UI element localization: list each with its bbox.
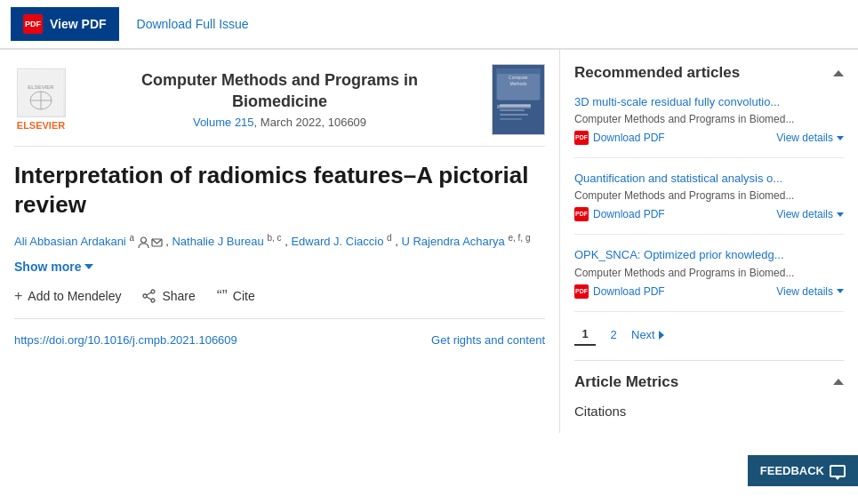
- collapse-icon[interactable]: [833, 70, 844, 76]
- email-icon: [151, 236, 163, 248]
- show-more-button[interactable]: Show more: [14, 260, 93, 274]
- svg-rect-12: [500, 118, 522, 120]
- chevron-down-icon: [84, 264, 93, 269]
- elsevier-logo-image: ELSEVIER: [17, 68, 66, 117]
- svg-point-17: [143, 294, 147, 298]
- pagination: 1 2 Next: [574, 324, 844, 346]
- elsevier-logo: ELSEVIER ELSEVIER: [14, 68, 68, 131]
- chevron-right-icon: [659, 331, 664, 340]
- rec-article-3-journal: Computer Methods and Programs in Biomed.…: [574, 267, 844, 279]
- journal-header: ELSEVIER ELSEVIER Computer Methods and P…: [14, 64, 545, 147]
- rec-pdf-icon-1: PDF: [574, 131, 589, 145]
- rec-pdf-label-1: Download PDF: [593, 132, 665, 144]
- page-2-button[interactable]: 2: [603, 324, 624, 346]
- show-more-label: Show more: [14, 260, 81, 274]
- author-3-link[interactable]: Edward J. Ciaccio: [291, 235, 383, 248]
- journal-title: Computer Methods and Programs in Biomedi…: [82, 70, 477, 112]
- next-page-button[interactable]: Next: [631, 328, 664, 341]
- quote-icon: “”: [217, 288, 228, 304]
- rec-article-1-journal: Computer Methods and Programs in Biomed.…: [574, 113, 844, 125]
- journal-cover-image: Computer Methods: [492, 64, 545, 135]
- svg-text:Methods: Methods: [509, 81, 527, 86]
- author-icons: [138, 236, 163, 248]
- rec-pdf-icon-3: PDF: [574, 284, 589, 299]
- article-title: Interpretation of radiomics features–A p…: [14, 161, 545, 219]
- page-1-button[interactable]: 1: [574, 324, 596, 346]
- left-content: ELSEVIER ELSEVIER Computer Methods and P…: [0, 50, 560, 433]
- share-button[interactable]: Share: [142, 289, 195, 303]
- svg-rect-11: [500, 114, 528, 116]
- action-bar: + Add to Mendeley Share “” Cite: [14, 288, 545, 319]
- person-icon: [138, 236, 149, 248]
- svg-rect-9: [500, 104, 531, 107]
- view-details-label-3: View details: [776, 285, 833, 298]
- share-icon: [142, 289, 156, 303]
- add-to-mendeley-button[interactable]: + Add to Mendeley: [14, 288, 121, 304]
- chevron-down-sm-icon-3: [837, 289, 844, 293]
- view-pdf-button[interactable]: PDF View PDF: [11, 7, 119, 41]
- author-4-link[interactable]: U Rajendra Acharya: [401, 235, 504, 248]
- journal-info: Computer Methods and Programs in Biomedi…: [82, 70, 477, 129]
- svg-point-15: [151, 290, 155, 293]
- svg-point-16: [151, 299, 155, 302]
- download-full-issue-link[interactable]: Download Full Issue: [137, 17, 249, 31]
- doi-link[interactable]: https://doi.org/10.1016/j.cmpb.2021.1066…: [14, 333, 237, 347]
- mendeley-label: Add to Mendeley: [28, 289, 121, 303]
- metrics-title: Article Metrics: [574, 373, 678, 391]
- main-container: ELSEVIER ELSEVIER Computer Methods and P…: [0, 50, 858, 433]
- rec-article-3-pdf-button[interactable]: PDF Download PDF: [574, 284, 665, 299]
- recommended-article-1: 3D multi-scale residual fully convolutio…: [574, 94, 844, 158]
- recommended-article-3: OPK_SNCA: Optimized prior knowledg... Co…: [574, 247, 844, 311]
- toolbar: PDF View PDF Download Full Issue: [0, 0, 858, 50]
- chevron-down-sm-icon-1: [837, 136, 844, 140]
- elsevier-label: ELSEVIER: [17, 120, 65, 131]
- rec-article-2-journal: Computer Methods and Programs in Biomed.…: [574, 189, 844, 202]
- metrics-collapse-icon[interactable]: [833, 379, 844, 385]
- svg-point-13: [140, 237, 146, 243]
- pdf-icon: PDF: [23, 14, 43, 34]
- right-sidebar: Recommended articles 3D multi-scale resi…: [560, 50, 858, 433]
- recommended-title: Recommended articles: [574, 64, 740, 82]
- svg-rect-10: [500, 109, 525, 111]
- chevron-down-sm-icon-2: [837, 212, 844, 217]
- rec-pdf-label-2: Download PDF: [593, 208, 665, 220]
- recommended-section-header: Recommended articles: [574, 64, 844, 82]
- svg-text:ELSEVIER: ELSEVIER: [28, 84, 54, 90]
- rec-article-1-actions: PDF Download PDF View details: [574, 131, 844, 145]
- rec-article-3-actions: PDF Download PDF View details: [574, 284, 844, 299]
- share-label: Share: [162, 289, 195, 303]
- metrics-section: Article Metrics Citations: [574, 360, 844, 419]
- citations-label: Citations: [574, 404, 844, 419]
- journal-meta: Volume 215Volume 215, March 2022, 106609…: [82, 116, 477, 129]
- svg-rect-6: [496, 68, 541, 100]
- authors-line: Ali Abbasian Ardakani a , Nathalie J Bur…: [14, 231, 545, 251]
- view-details-label-2: View details: [776, 208, 833, 220]
- metrics-section-header: Article Metrics: [574, 373, 844, 391]
- rec-article-1-pdf-button[interactable]: PDF Download PDF: [574, 131, 665, 145]
- svg-rect-5: [493, 65, 544, 134]
- view-details-label-1: View details: [776, 132, 833, 144]
- rec-article-2-title[interactable]: Quantification and statistical analysis …: [574, 171, 844, 187]
- rec-article-1-title[interactable]: 3D multi-scale residual fully convolutio…: [574, 94, 844, 110]
- view-pdf-label: View PDF: [50, 17, 107, 31]
- cite-label: Cite: [233, 289, 255, 303]
- rec-pdf-label-3: Download PDF: [593, 285, 665, 298]
- rec-article-1-view-details-button[interactable]: View details: [776, 132, 844, 144]
- svg-line-19: [147, 297, 151, 300]
- rec-article-2-pdf-button[interactable]: PDF Download PDF: [574, 207, 665, 221]
- rights-link[interactable]: Get rights and content: [431, 333, 545, 347]
- rec-article-2-actions: PDF Download PDF View details: [574, 207, 844, 221]
- author-1-link[interactable]: Ali Abbasian Ardakani: [14, 235, 126, 248]
- svg-line-18: [147, 292, 151, 295]
- volume-link[interactable]: Volume 215: [193, 116, 254, 129]
- rec-article-3-view-details-button[interactable]: View details: [776, 285, 844, 298]
- rec-article-2-view-details-button[interactable]: View details: [776, 208, 844, 220]
- cite-button[interactable]: “” Cite: [217, 288, 255, 304]
- svg-text:Computer: Computer: [509, 75, 528, 80]
- footer-links: https://doi.org/10.1016/j.cmpb.2021.1066…: [14, 333, 545, 356]
- author-2-link[interactable]: Nathalie J Bureau: [172, 235, 263, 248]
- rec-pdf-icon-2: PDF: [574, 207, 589, 221]
- rec-article-3-title[interactable]: OPK_SNCA: Optimized prior knowledg...: [574, 247, 844, 263]
- plus-icon: +: [14, 288, 22, 304]
- recommended-article-2: Quantification and statistical analysis …: [574, 171, 844, 235]
